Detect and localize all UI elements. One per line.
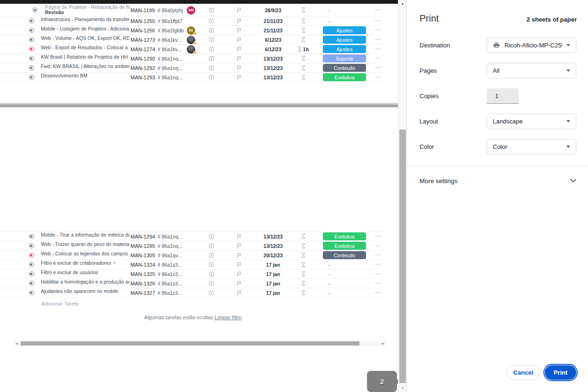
calendar-icon (197, 54, 225, 63)
task-title: Web - Volume - AQS OK, Export OK, RDC co… (41, 35, 130, 41)
chevron-down-icon (566, 146, 570, 148)
task-list-page-2: Mobile - Tirar a informação de métrica d… (0, 231, 386, 298)
task-hash-id: # 86a1nq... (158, 54, 185, 63)
task-status-icon (29, 271, 34, 277)
no-tag-dash: – (328, 290, 331, 296)
time-estimate (293, 288, 313, 297)
task-title: Mobile - Listagem de Projetos - Adiciona… (41, 26, 130, 31)
color-select[interactable]: Color (487, 139, 576, 154)
task-status-icon (29, 56, 34, 61)
task-title: Fwd: KW BRASIL | Alterações no ambiente … (41, 63, 130, 69)
row-menu-icon: ··· (375, 251, 386, 260)
task-title: KW Brasil | Relatório de Projetos de HH (41, 54, 128, 60)
hscroll-left-arrow-icon: ◂ (14, 341, 20, 346)
clear-filter-link: Limpar filtro (214, 315, 241, 320)
due-date: 17 jan (253, 260, 293, 269)
color-value: Color (493, 143, 562, 150)
due-date: 17 jan (253, 279, 293, 288)
task-row: KW Brasil | Relatório de Projetos de HH≡… (0, 54, 386, 63)
task-status-icon (29, 18, 34, 23)
due-date: 13/12/23 (253, 63, 293, 72)
scroll-down-arrow-icon[interactable]: ▼ (398, 384, 407, 392)
task-hash-id: # 86a1kv... (158, 35, 185, 44)
due-date: 13/12/23 (253, 241, 293, 250)
task-row: Web - Export de Resultados - Colocar a c… (0, 45, 386, 54)
print-button[interactable]: Print (545, 365, 576, 380)
copies-input[interactable] (487, 88, 519, 104)
calendar-icon (197, 251, 225, 260)
hscroll-track (20, 341, 380, 346)
task-hash-id: # 86a1qv... (158, 251, 185, 260)
row-menu-icon: ··· (375, 241, 386, 250)
chevron-down-icon (566, 44, 570, 46)
status-tag: Evolutiva (323, 73, 366, 81)
task-id: MAN-1273 (130, 35, 158, 44)
destination-label: Destination (420, 42, 450, 49)
hidden-tasks-note: Algumas tarefas estão ocultas.Limpar fil… (0, 315, 386, 320)
status-tag: Conteudo (323, 64, 366, 72)
task-row: Filtro e excluir de usuáriosMAN-1325# 86… (0, 269, 386, 279)
calendar-icon (197, 63, 225, 72)
cancel-button[interactable]: Cancel (506, 365, 540, 380)
task-hash-id: # 86a1nq... (158, 241, 185, 250)
calendar-icon (197, 232, 225, 241)
task-status-icon (29, 281, 34, 286)
layout-select[interactable]: Landscape (487, 114, 576, 129)
no-tag-dash: – (328, 281, 331, 286)
calendar-icon (197, 241, 225, 250)
task-hash-id: # 86a1nq... (158, 73, 185, 82)
task-id: MAN-1324 (130, 260, 158, 269)
task-hash-id: # 86a1z3... (158, 288, 185, 297)
layout-value: Landscape (493, 118, 562, 125)
task-row: Desenvolvimento BMMAN-1293# 86a1nq...13/… (0, 73, 386, 82)
preview-scrollbar[interactable]: ▲ ▼ (398, 0, 406, 392)
task-status-icon (29, 253, 34, 258)
row-menu-icon: ··· (375, 54, 386, 63)
destination-select[interactable]: Ricoh-Aficio-MP-C2551 (487, 38, 576, 53)
calendar-icon (197, 26, 225, 35)
task-title: Web - Export de Resultados - Colocar a c… (41, 45, 130, 50)
flag-icon (225, 45, 253, 54)
task-hash-id: # 86a0ytzhj (158, 4, 185, 16)
scrollbar-thumb[interactable] (399, 130, 406, 383)
print-settings-panel: Print 2 sheets of paper Destination Rico… (406, 0, 588, 392)
time-estimate (293, 35, 313, 44)
flag-icon (225, 26, 253, 35)
calendar-icon (197, 73, 225, 82)
avatar-badge-icon (193, 42, 197, 45)
row-menu-icon: ··· (375, 232, 386, 241)
task-hash-id: # 86a1fgfdb (158, 26, 185, 35)
row-menu-icon: ··· (375, 16, 386, 25)
task-row: Página de Projetos - Refatoração do filt… (0, 4, 386, 16)
scroll-up-arrow-icon[interactable]: ▲ (398, 0, 407, 8)
chevron-down-icon (566, 120, 570, 123)
assignee-avatar (187, 45, 195, 54)
task-status-icon (29, 65, 34, 70)
time-estimate (293, 4, 313, 16)
pages-select[interactable]: All (487, 63, 576, 78)
description-icon: ≡ (113, 261, 116, 265)
time-estimate (293, 26, 313, 35)
task-id: MAN-1292 (130, 63, 158, 72)
more-settings-toggle[interactable]: More settings (420, 174, 576, 187)
no-tag-dash: – (328, 8, 331, 13)
task-status-icon (29, 290, 34, 295)
time-estimate (293, 241, 313, 250)
due-date: 21/11/23 (253, 26, 293, 35)
no-tag-dash: – (328, 18, 331, 24)
task-hash-id: # 86a1ffpt7 (158, 16, 185, 25)
row-menu-icon: ··· (375, 35, 386, 44)
row-menu-icon: ··· (375, 269, 386, 278)
hidden-tasks-text: Algumas tarefas estão ocultas. (144, 315, 214, 320)
layout-label: Layout (420, 118, 438, 125)
task-status-icon (29, 46, 34, 52)
row-menu-icon: ··· (375, 288, 386, 297)
task-id: MAN-1295 (130, 241, 158, 250)
task-id: MAN-1327 (130, 288, 158, 297)
calendar-icon (197, 35, 225, 44)
task-id: MAN-1256 (130, 26, 158, 35)
task-status-icon (29, 28, 34, 33)
status-tag: Conteudo (323, 251, 366, 259)
page-number-badge: 2 (367, 371, 397, 392)
panel-divider (407, 165, 588, 166)
